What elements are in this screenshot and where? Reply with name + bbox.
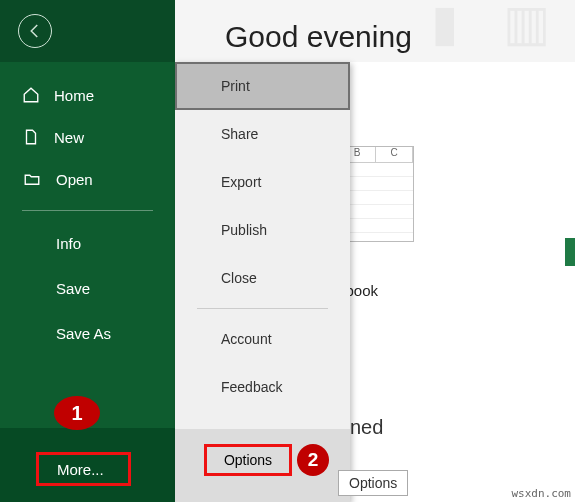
callout-badge-2: 2 [297, 444, 329, 476]
nav-open[interactable]: Open [0, 158, 175, 200]
nav-new[interactable]: New [0, 116, 175, 158]
fly-account[interactable]: Account [175, 315, 350, 363]
nav-save[interactable]: Save [0, 266, 175, 311]
more-area: More... [0, 428, 175, 502]
nav-more[interactable]: More... [36, 452, 131, 486]
section-heading-partial: ned [350, 416, 383, 439]
watermark: wsxdn.com [511, 487, 571, 500]
page-title: Good evening [225, 20, 412, 54]
fly-options[interactable]: Options [204, 444, 292, 476]
callout-badge-1: 1 [54, 396, 100, 430]
fly-share[interactable]: Share [175, 110, 350, 158]
template-ghost-icon: ▥ [503, 0, 550, 52]
col-header: C [376, 147, 413, 163]
options-tooltip: Options [338, 470, 408, 496]
nav-label: New [54, 129, 84, 146]
nav-info[interactable]: Info [0, 221, 175, 266]
nav-label: Open [56, 171, 93, 188]
fly-export[interactable]: Export [175, 158, 350, 206]
nav-label: Home [54, 87, 94, 104]
home-icon [22, 86, 40, 104]
folder-open-icon [22, 170, 42, 188]
fly-print[interactable]: Print [175, 62, 350, 110]
nav-home[interactable]: Home [0, 74, 175, 116]
separator [197, 308, 328, 309]
fly-publish[interactable]: Publish [175, 206, 350, 254]
nav-save-as[interactable]: Save As [0, 311, 175, 356]
accent-tab [565, 238, 575, 266]
file-icon [22, 128, 40, 146]
sidebar-topbar [0, 0, 175, 62]
back-button[interactable] [18, 14, 52, 48]
more-flyout: Print Share Export Publish Close Account… [175, 62, 350, 502]
separator [22, 210, 153, 211]
nav-primary: Home New Open Info Save Save As [0, 62, 175, 356]
fly-feedback[interactable]: Feedback [175, 363, 350, 411]
fly-close[interactable]: Close [175, 254, 350, 302]
template-ghost-icon: ▮ [431, 0, 459, 52]
